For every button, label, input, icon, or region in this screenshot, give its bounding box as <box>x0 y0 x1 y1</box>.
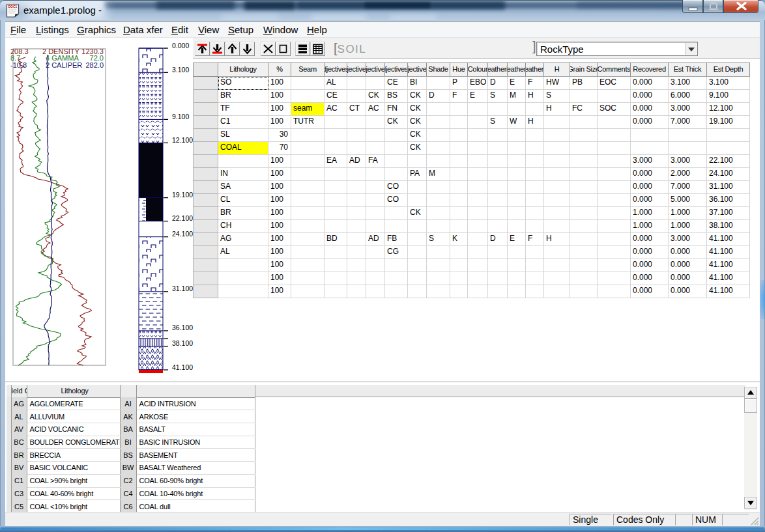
svg-text:12.100: 12.100 <box>172 136 193 144</box>
svg-text:22.100: 22.100 <box>172 214 193 222</box>
svg-text:41.100: 41.100 <box>172 363 193 371</box>
svg-text:DOC1: DOC1 <box>8 5 18 8</box>
svg-text:36.100: 36.100 <box>172 324 193 331</box>
svg-text:3.100: 3.100 <box>172 66 189 74</box>
svg-text:0.000: 0.000 <box>172 42 189 49</box>
svg-text:282.0: 282.0 <box>85 61 104 69</box>
svg-text:2 CALIPER: 2 CALIPER <box>46 61 82 69</box>
svg-text:38.100: 38.100 <box>172 339 193 347</box>
svg-text:19.100: 19.100 <box>172 191 193 199</box>
svg-text:31.100: 31.100 <box>172 285 193 292</box>
svg-text:24.100: 24.100 <box>172 230 193 238</box>
svg-text:9.100: 9.100 <box>172 113 189 120</box>
svg-text:-10.8: -10.8 <box>10 61 27 69</box>
